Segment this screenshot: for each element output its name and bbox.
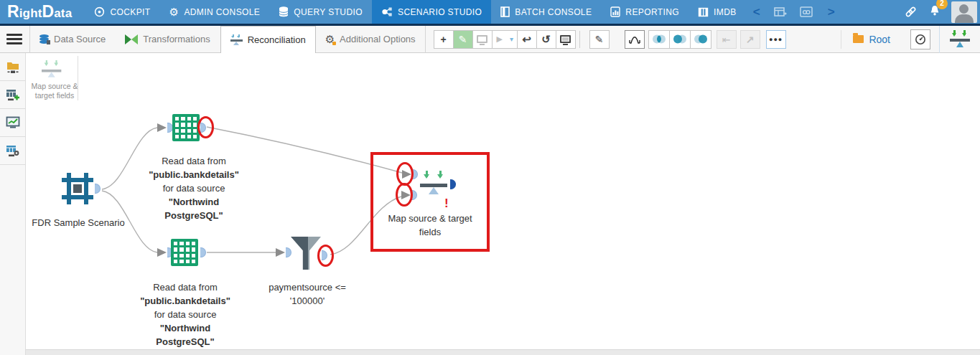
main-area: Map source & target fields FDR Sample Sc… [0,53,980,355]
tab-data-source[interactable]: Data Source [30,26,116,53]
flow-canvas[interactable]: Map source & target fields FDR Sample Sc… [26,53,980,355]
collapse-panel-button[interactable]: ⇤ [717,30,737,49]
label-line: fields [373,225,487,239]
link-icon[interactable] [905,6,917,18]
window-link-icon[interactable] [800,6,813,17]
filter-funnel-icon[interactable] [291,237,321,270]
rightdata-logo[interactable]: RightData [0,2,85,22]
gauge-button[interactable] [910,29,930,49]
read-top-table-icon[interactable] [172,114,200,141]
gauge-icon [915,34,926,45]
history-button[interactable]: ↺ [536,30,556,49]
table-add-icon [6,87,20,102]
read-bottom-node-label: Read data from "public.bankdetails" for … [123,280,247,349]
edit-mode-button[interactable]: ✎ [453,30,473,49]
read-bottom-output-port[interactable] [200,247,206,257]
map-output-port[interactable] [450,179,456,189]
user-avatar[interactable] [951,1,977,23]
execution-monitor-button[interactable] [556,30,576,49]
table-gear-icon [6,143,20,158]
palette-divider [78,56,78,100]
horizontal-scrollbar[interactable] [26,349,980,355]
tab-label: Data Source [54,34,106,44]
venn-group [649,30,711,49]
venn-right-button[interactable] [690,30,711,49]
nav-item-imdb[interactable]: IMDB [689,0,746,24]
logo-text: ight [19,6,42,21]
logo-text: R [7,2,19,22]
palette-label-line: target fields [26,91,83,100]
run-options-dropdown[interactable]: ▾ [507,30,518,49]
tab-additional-options[interactable]: ⚙ Additional Options [316,26,426,53]
nav-item-scenario-studio[interactable]: SCENARIO STUDIO [372,0,491,24]
studio-toolbar: Data Source Transformations Reconciliati… [0,26,980,53]
nav-item-batch-console[interactable]: BATCH CONSOLE [491,0,601,24]
play-icon: ▶ [496,34,502,44]
run-button[interactable]: ▶ [492,30,508,49]
root-folder-breadcrumb[interactable]: Root [841,30,902,49]
annotation-ellipse-map-input-1 [396,162,414,186]
notification-badge: 2 [936,0,948,9]
sidebar-item-folder-network[interactable] [0,53,25,81]
notifications-bell-icon[interactable]: 2 [928,4,941,20]
undo-button[interactable]: ↩ [517,30,537,49]
toolbar-separator [579,31,580,48]
open-external-button[interactable]: ↗ [740,30,760,49]
filter-input-port[interactable] [286,247,291,257]
tab-transformations[interactable]: Transformations [116,26,220,53]
edit-note-icon: ✎ [595,34,604,45]
table-add-icon[interactable] [774,6,787,18]
database-icon [279,6,289,17]
gear-icon: ⚙ [169,6,179,17]
chevron-left-icon[interactable]: < [746,5,767,19]
nav-item-admin-console[interactable]: ⚙ ADMIN CONSOLE [160,0,270,24]
label-line: PostgreSQL" [123,335,247,349]
map-input-port-1[interactable] [412,169,418,179]
read-top-output-port[interactable] [200,123,206,133]
chevron-down-icon: ▾ [510,35,513,43]
left-sidebar [0,53,26,355]
nav-item-query-studio[interactable]: QUERY STUDIO [269,0,372,24]
label-line: Read data from [123,280,247,294]
sidebar-item-scenario-settings[interactable] [0,137,25,165]
sidebar-item-add-scenario[interactable] [0,81,25,109]
collapse-icon: ⇤ [722,34,731,45]
hamburger-menu-icon[interactable] [6,32,22,47]
scenario-node-label: FDR Sample Scenario [26,216,131,229]
nav-item-label: ADMIN CONSOLE [184,7,260,17]
nav-item-label: BATCH CONSOLE [515,7,592,17]
chevron-right-icon[interactable]: > [821,5,842,19]
scenario-output-port[interactable] [95,184,101,194]
label-line: Read data from [132,154,256,168]
filter-output-port[interactable] [322,250,327,260]
top-navigation-bar: RightData COCKPIT ⚙ ADMIN CONSOLE QUERY … [0,0,980,26]
reconciliation-tool-slot[interactable] [939,26,980,53]
arrowhead [157,123,167,132]
map-input-port-2[interactable] [411,190,417,200]
more-options-button[interactable]: ●●● [766,30,786,49]
nav-item-label: SCENARIO STUDIO [398,7,482,17]
topbar-right-cluster: 2 [905,1,980,23]
sidebar-item-monitor-results[interactable] [0,109,25,137]
read-bottom-table-icon[interactable] [171,239,198,266]
label-line: "public.bankdetails" [123,294,247,308]
notes-button[interactable]: ✎ [589,30,610,49]
label-line: "Northwind [123,321,247,335]
curve-icon [628,34,641,44]
nav-item-reporting[interactable]: REPORTING [601,0,689,24]
venn-intersection-button[interactable] [648,30,670,49]
add-button[interactable]: + [434,30,454,49]
monitor-chart-icon [6,116,20,129]
tab-reconciliation[interactable]: Reconciliation [220,26,316,53]
map-node-scale-icon[interactable] [420,171,447,197]
arrowhead [276,248,285,257]
distribution-curve-button[interactable] [625,30,645,49]
data-source-db-icon [39,34,49,44]
options-gear-icon: ⚙ [325,33,335,46]
scenario-node-icon[interactable] [62,173,93,204]
monitor-view-button[interactable] [472,30,493,49]
map-node-error-indicator[interactable]: ! [444,197,449,211]
nav-item-cockpit[interactable]: COCKPIT [85,0,159,24]
venn-left-button[interactable] [669,30,691,49]
palette-item-label: Map source & target fields [26,82,83,100]
